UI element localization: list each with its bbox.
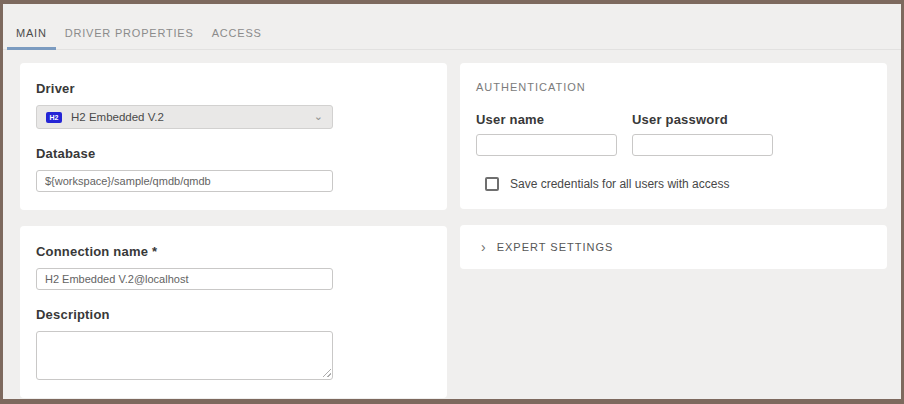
- tab-main[interactable]: MAIN: [7, 4, 56, 49]
- tab-access[interactable]: ACCESS: [203, 4, 271, 49]
- auth-fields-row: User name User password: [476, 112, 871, 156]
- driver-label: Driver: [36, 81, 431, 96]
- save-credentials-label: Save credentials for all users with acce…: [510, 177, 729, 191]
- expert-settings-label: EXPERT SETTINGS: [497, 241, 614, 253]
- password-label: User password: [632, 112, 773, 127]
- save-credentials-checkbox[interactable]: [485, 177, 499, 191]
- password-input[interactable]: [632, 134, 773, 156]
- driver-select[interactable]: H2 H2 Embedded V.2 ⌄: [36, 105, 333, 129]
- description-label: Description: [36, 307, 431, 322]
- username-field: User name: [476, 112, 617, 156]
- left-column: Driver H2 H2 Embedded V.2 ⌄ Database Con…: [20, 63, 447, 398]
- main-content: Driver H2 H2 Embedded V.2 ⌄ Database Con…: [3, 50, 901, 398]
- connection-name-label: Connection name *: [36, 244, 431, 259]
- chevron-right-icon: ›: [481, 240, 486, 254]
- driver-card: Driver H2 H2 Embedded V.2 ⌄ Database: [20, 63, 447, 210]
- connection-name-input[interactable]: [36, 268, 333, 290]
- database-input[interactable]: [36, 170, 333, 192]
- username-label: User name: [476, 112, 617, 127]
- connection-settings-window: MAIN DRIVER PROPERTIES ACCESS Driver H2 …: [0, 0, 904, 404]
- description-field-wrap: [36, 331, 333, 380]
- h2-logo-icon: H2: [46, 112, 62, 123]
- description-textarea[interactable]: [36, 331, 333, 380]
- username-input[interactable]: [476, 134, 617, 156]
- authentication-card: AUTHENTICATION User name User password S…: [460, 63, 887, 209]
- driver-select-value: H2 Embedded V.2: [71, 111, 305, 123]
- tab-bar: MAIN DRIVER PROPERTIES ACCESS: [3, 4, 901, 50]
- password-field: User password: [632, 112, 773, 156]
- authentication-title: AUTHENTICATION: [476, 81, 871, 93]
- database-label: Database: [36, 146, 431, 161]
- save-credentials-row[interactable]: Save credentials for all users with acce…: [476, 177, 871, 191]
- chevron-down-icon: ⌄: [314, 111, 323, 124]
- right-column: AUTHENTICATION User name User password S…: [460, 63, 887, 398]
- expert-settings-expander[interactable]: › EXPERT SETTINGS: [460, 225, 887, 269]
- tab-driver-properties[interactable]: DRIVER PROPERTIES: [56, 4, 203, 49]
- connection-card: Connection name * Description: [20, 226, 447, 398]
